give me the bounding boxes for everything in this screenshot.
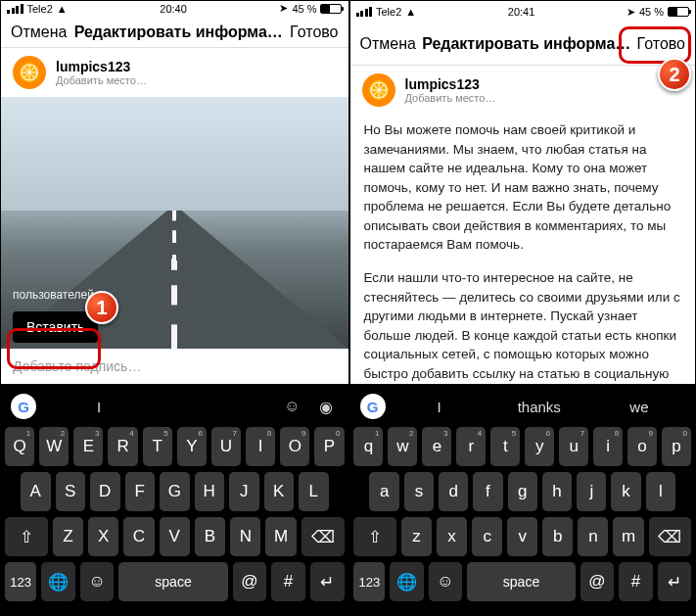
key-s[interactable]: S xyxy=(56,472,86,511)
key-i[interactable]: i8 xyxy=(593,427,623,466)
key-c[interactable]: c xyxy=(472,517,502,556)
key-u[interactable]: u7 xyxy=(559,427,588,466)
space-key[interactable]: space xyxy=(118,562,227,601)
shift-key[interactable]: ⇧ xyxy=(5,517,48,556)
globe-key[interactable]: 🌐 xyxy=(390,562,423,601)
key-a[interactable]: A xyxy=(21,472,51,511)
sticker-icon[interactable]: ☺ xyxy=(280,394,305,419)
key-z[interactable]: z xyxy=(401,517,432,556)
backspace-key[interactable]: ⌫ xyxy=(649,517,692,556)
key-b[interactable]: B xyxy=(195,517,225,556)
emoji-key[interactable]: ☺ xyxy=(80,562,115,601)
key-p[interactable]: p0 xyxy=(662,427,691,466)
key-j[interactable]: j xyxy=(577,472,606,511)
suggestion-1[interactable]: I xyxy=(44,399,154,415)
add-location-button[interactable]: Добавить место… xyxy=(56,74,147,86)
google-icon[interactable]: G xyxy=(11,394,36,419)
key-n[interactable]: N xyxy=(230,517,260,556)
key-f[interactable]: f xyxy=(473,472,502,511)
key-l[interactable]: l xyxy=(646,472,675,511)
key-q[interactable]: q1 xyxy=(353,427,383,466)
key-p[interactable]: P0 xyxy=(314,427,344,466)
emoji-key[interactable]: ☺ xyxy=(429,562,462,601)
wifi-icon: ▲ xyxy=(405,6,416,18)
key-row-2: A S D F G H J K L xyxy=(5,472,345,511)
key-j[interactable]: J xyxy=(229,472,259,511)
at-key[interactable]: @ xyxy=(233,562,267,601)
key-l[interactable]: L xyxy=(299,472,329,511)
key-d[interactable]: d xyxy=(439,472,468,511)
cancel-button[interactable]: Отмена xyxy=(360,35,416,53)
numeric-key[interactable]: 123 xyxy=(353,562,385,601)
key-x[interactable]: X xyxy=(88,517,118,556)
space-key[interactable]: space xyxy=(467,562,576,601)
key-s[interactable]: s xyxy=(404,472,434,511)
key-v[interactable]: V xyxy=(160,517,190,556)
numeric-key[interactable]: 123 xyxy=(5,562,36,601)
add-location-button[interactable]: Добавить место… xyxy=(405,92,496,104)
battery-icon xyxy=(320,4,342,14)
key-k[interactable]: K xyxy=(264,472,295,511)
key-y[interactable]: y6 xyxy=(525,427,554,466)
suggestion-3[interactable]: we xyxy=(593,399,685,415)
carrier-label: Tele2 xyxy=(376,6,401,18)
key-w[interactable]: W2 xyxy=(39,427,69,466)
key-f[interactable]: F xyxy=(125,472,156,511)
cancel-button[interactable]: Отмена xyxy=(11,24,67,41)
at-key[interactable]: @ xyxy=(580,562,614,601)
key-o[interactable]: o9 xyxy=(627,427,657,466)
key-b[interactable]: b xyxy=(542,517,573,556)
shift-key[interactable]: ⇧ xyxy=(353,517,396,556)
key-h[interactable]: H xyxy=(195,472,225,511)
keyboard: G I thanks we q1 w2 e3 r4 t5 y6 u7 i8 o9… xyxy=(350,384,696,615)
key-i[interactable]: I8 xyxy=(246,427,275,466)
key-e[interactable]: E3 xyxy=(73,427,103,466)
key-t[interactable]: t5 xyxy=(490,427,520,466)
key-c[interactable]: C xyxy=(123,517,154,556)
key-y[interactable]: Y6 xyxy=(177,427,207,466)
key-m[interactable]: m xyxy=(613,517,643,556)
backspace-key[interactable]: ⌫ xyxy=(302,517,345,556)
hash-key[interactable]: # xyxy=(619,562,652,601)
hash-key[interactable]: # xyxy=(271,562,305,601)
key-w[interactable]: w2 xyxy=(388,427,417,466)
key-e[interactable]: e3 xyxy=(422,427,451,466)
globe-key[interactable]: 🌐 xyxy=(41,562,75,601)
clock: 20:41 xyxy=(508,6,535,18)
keyboard: G I ☺ ◉ Q1 W2 E3 R4 T5 Y6 U7 I8 O9 P0 A … xyxy=(1,384,348,615)
caption-textarea[interactable]: Но Вы можете помочь нам своей критикой и… xyxy=(350,115,696,384)
key-q[interactable]: Q1 xyxy=(5,427,34,466)
key-r[interactable]: r4 xyxy=(456,427,486,466)
return-key[interactable]: ↵ xyxy=(310,562,345,601)
key-n[interactable]: n xyxy=(578,517,608,556)
paste-popover[interactable]: Вставить xyxy=(13,311,98,343)
google-icon[interactable]: G xyxy=(360,394,386,419)
key-x[interactable]: x xyxy=(437,517,467,556)
key-r[interactable]: R4 xyxy=(108,427,137,466)
body-paragraph-1: Но Вы можете помочь нам своей критикой и… xyxy=(364,120,682,255)
key-g[interactable]: g xyxy=(508,472,537,511)
key-g[interactable]: G xyxy=(160,472,190,511)
key-a[interactable]: a xyxy=(369,472,398,511)
key-t[interactable]: T5 xyxy=(143,427,172,466)
key-row-2: a s d f g h j k l xyxy=(354,472,692,511)
key-row-3: ⇧ z x c v b n m ⌫ xyxy=(354,517,692,556)
post-image[interactable]: пользователей Вставить xyxy=(1,97,348,349)
avatar[interactable] xyxy=(362,73,395,107)
key-h[interactable]: h xyxy=(542,472,572,511)
key-v[interactable]: v xyxy=(507,517,537,556)
done-button[interactable]: Готово xyxy=(290,24,338,41)
key-m[interactable]: M xyxy=(265,517,296,556)
key-u[interactable]: U7 xyxy=(211,427,241,466)
caption-input[interactable]: Добавьте подпись… xyxy=(1,349,348,384)
suggestion-1[interactable]: I xyxy=(394,399,486,415)
suggestion-2[interactable]: thanks xyxy=(493,399,585,415)
return-key[interactable]: ↵ xyxy=(658,562,691,601)
key-o[interactable]: O9 xyxy=(280,427,309,466)
key-d[interactable]: D xyxy=(90,472,120,511)
camera-icon[interactable]: ◉ xyxy=(313,394,339,419)
key-k[interactable]: k xyxy=(611,472,640,511)
avatar[interactable] xyxy=(13,56,46,89)
key-z[interactable]: Z xyxy=(53,517,83,556)
done-button[interactable]: Готово xyxy=(637,35,685,53)
